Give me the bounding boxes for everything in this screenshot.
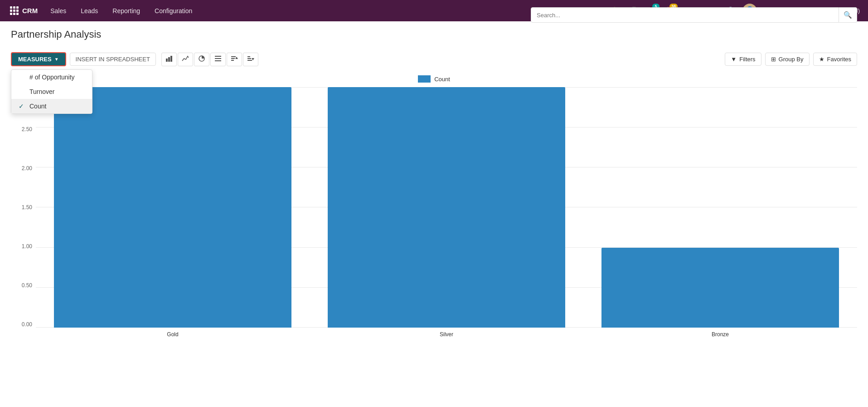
toolbar: MEASURES ▼ # of Opportunity Turnover ✓ C… bbox=[11, 52, 857, 66]
line-chart-icon bbox=[182, 55, 189, 64]
group-by-icon: ⊞ bbox=[771, 56, 776, 63]
svg-rect-4 bbox=[215, 56, 221, 57]
sort-asc-button[interactable] bbox=[227, 53, 242, 66]
measures-option-turnover[interactable]: Turnover bbox=[11, 84, 92, 99]
bar-group-bronze bbox=[583, 87, 857, 328]
bars-area bbox=[36, 87, 857, 328]
app-switcher[interactable]: CRM bbox=[5, 6, 43, 15]
bar-gold[interactable] bbox=[54, 87, 291, 328]
measures-label: MEASURES bbox=[18, 56, 52, 63]
chart-inner: 3 2.50 2.00 1.50 1.00 0.50 0.00 bbox=[11, 87, 857, 341]
sort-desc-icon bbox=[247, 55, 254, 64]
check-icon-count: ✓ bbox=[19, 103, 26, 110]
x-label-silver: Silver bbox=[310, 328, 583, 341]
sort-asc-icon bbox=[231, 55, 238, 64]
measures-option-label-turnover: Turnover bbox=[29, 88, 55, 95]
group-by-button[interactable]: ⊞ Group By bbox=[765, 53, 810, 66]
svg-rect-11 bbox=[247, 56, 250, 57]
bar-bronze[interactable] bbox=[601, 248, 839, 328]
x-label-gold: Gold bbox=[36, 328, 310, 341]
measures-option-count[interactable]: ✓ Count bbox=[11, 99, 92, 113]
chart-legend: Count bbox=[11, 75, 857, 83]
svg-rect-6 bbox=[215, 60, 221, 61]
y-label-250: 2.50 bbox=[22, 126, 32, 132]
svg-rect-5 bbox=[215, 58, 221, 59]
pie-chart-view-button[interactable] bbox=[194, 53, 209, 66]
measures-option-opportunity[interactable]: # of Opportunity bbox=[11, 70, 92, 84]
nav-item-configuration[interactable]: Configuration bbox=[147, 0, 199, 21]
search-area: 🔍 bbox=[531, 7, 857, 23]
page-header: Partnership Analysis bbox=[11, 29, 857, 47]
view-icons bbox=[161, 53, 258, 66]
svg-rect-0 bbox=[166, 59, 168, 62]
measures-button[interactable]: MEASURES ▼ bbox=[11, 52, 66, 66]
list-icon bbox=[214, 55, 222, 64]
bar-chart-view-button[interactable] bbox=[161, 53, 177, 66]
insert-label: INSERT IN SPREADSHEET bbox=[76, 56, 150, 63]
measures-dropdown: # of Opportunity Turnover ✓ Count bbox=[11, 69, 92, 114]
svg-rect-13 bbox=[247, 60, 252, 61]
favorites-label: Favorites bbox=[827, 56, 851, 63]
chart-plot: Gold Silver Bronze bbox=[36, 87, 857, 341]
bar-silver[interactable] bbox=[328, 87, 565, 328]
filter-icon: ▼ bbox=[731, 56, 737, 63]
page-title: Partnership Analysis bbox=[11, 29, 101, 40]
svg-rect-9 bbox=[231, 60, 234, 61]
measures-option-label-opportunity: # of Opportunity bbox=[29, 74, 75, 81]
search-submit-button[interactable]: 🔍 bbox=[839, 7, 857, 23]
insert-spreadsheet-button[interactable]: INSERT IN SPREADSHEET bbox=[70, 53, 156, 66]
toolbar-right: ▼ Filters ⊞ Group By ★ Favorites bbox=[725, 53, 857, 66]
y-label-100: 1.00 bbox=[22, 243, 32, 250]
svg-rect-7 bbox=[231, 56, 236, 57]
bar-group-gold bbox=[36, 87, 310, 328]
favorites-button[interactable]: ★ Favorites bbox=[813, 53, 857, 66]
svg-rect-2 bbox=[170, 56, 172, 62]
grid-icon bbox=[10, 6, 19, 15]
line-chart-view-button[interactable] bbox=[178, 53, 193, 66]
filters-button[interactable]: ▼ Filters bbox=[725, 53, 761, 66]
bar-chart-icon bbox=[165, 55, 173, 64]
pie-chart-icon bbox=[198, 55, 205, 64]
legend-label: Count bbox=[434, 76, 450, 83]
sort-desc-button[interactable] bbox=[243, 53, 258, 66]
dropdown-arrow-icon: ▼ bbox=[54, 57, 59, 62]
nav-item-sales[interactable]: Sales bbox=[43, 0, 73, 21]
y-label-000: 0.00 bbox=[22, 321, 32, 328]
group-by-label: Group By bbox=[779, 56, 804, 63]
legend-color-swatch bbox=[418, 75, 431, 83]
search-input[interactable] bbox=[531, 7, 839, 23]
nav-item-reporting[interactable]: Reporting bbox=[105, 0, 147, 21]
page-content: 🔍 Partnership Analysis MEASURES ▼ # of O… bbox=[0, 21, 868, 364]
filters-label: Filters bbox=[739, 56, 755, 63]
nav-item-leads[interactable]: Leads bbox=[73, 0, 105, 21]
nav-menu: Sales Leads Reporting Configuration bbox=[43, 0, 199, 21]
measures-option-label-count: Count bbox=[29, 103, 46, 110]
y-label-050: 0.50 bbox=[22, 282, 32, 289]
list-view-button[interactable] bbox=[210, 53, 226, 66]
chart-container: Count 3 2.50 2.00 1.50 1.00 0.50 0.00 bbox=[11, 75, 857, 357]
measures-container: MEASURES ▼ # of Opportunity Turnover ✓ C… bbox=[11, 52, 66, 66]
svg-rect-12 bbox=[247, 58, 251, 59]
y-label-200: 2.00 bbox=[22, 165, 32, 172]
app-name: CRM bbox=[22, 7, 38, 15]
search-icon: 🔍 bbox=[844, 11, 852, 19]
bar-group-silver bbox=[310, 87, 583, 328]
svg-rect-1 bbox=[168, 57, 170, 62]
star-icon: ★ bbox=[819, 56, 824, 63]
y-label-150: 1.50 bbox=[22, 204, 32, 211]
x-label-bronze: Bronze bbox=[583, 328, 857, 341]
svg-rect-8 bbox=[231, 58, 235, 59]
y-axis: 3 2.50 2.00 1.50 1.00 0.50 0.00 bbox=[11, 87, 36, 341]
x-labels: Gold Silver Bronze bbox=[36, 328, 857, 341]
